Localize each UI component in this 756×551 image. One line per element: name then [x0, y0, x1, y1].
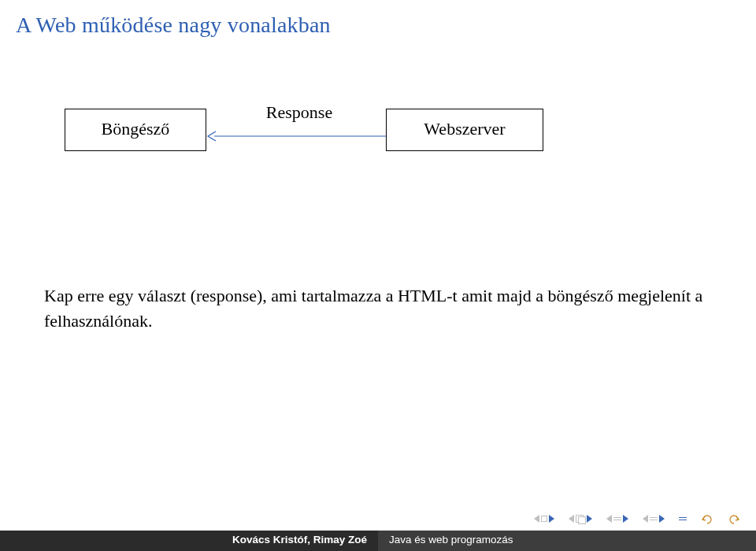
diagram: Böngésző Response Webszerver	[0, 85, 756, 242]
nav-frame-icon	[576, 515, 585, 523]
nav-frame-group[interactable]	[569, 515, 592, 523]
nav-prev-slide-icon	[534, 515, 539, 523]
nav-appendix-icon[interactable]	[679, 516, 687, 522]
footer-talk-title: Java és web programozás	[378, 531, 756, 551]
nav-section-icon	[613, 516, 621, 522]
footer-authors: Kovács Kristóf, Rimay Zoé	[0, 531, 378, 551]
arrow-label: Response	[244, 102, 354, 123]
nav-back-icon[interactable]	[701, 513, 713, 524]
slide-title: A Web működése nagy vonalakban	[0, 0, 756, 38]
beamer-nav	[534, 513, 740, 524]
nav-next-frame-icon	[587, 515, 592, 523]
node-browser: Böngésző	[65, 109, 206, 151]
nav-prev-section-icon	[606, 515, 612, 523]
nav-section-group[interactable]	[606, 515, 628, 523]
slide-body-text: Kap erre egy választ (response), ami tar…	[44, 283, 712, 334]
nav-next-slide-icon	[549, 515, 554, 523]
nav-slide-icon	[541, 516, 547, 522]
nav-next-section-icon	[623, 515, 628, 523]
nav-prev-subsection-icon	[643, 515, 648, 523]
footer: Kovács Kristóf, Rimay Zoé Java és web pr…	[0, 531, 756, 551]
nav-subsection-icon	[650, 516, 658, 522]
nav-next-subsection-icon	[659, 515, 665, 523]
nav-prev-frame-icon	[569, 515, 574, 523]
response-arrow-icon	[206, 131, 386, 142]
nav-subsection-group[interactable]	[643, 515, 665, 523]
nav-slide-group[interactable]	[534, 515, 554, 523]
nav-search-icon[interactable]	[728, 513, 740, 524]
node-webserver: Webszerver	[386, 109, 543, 151]
